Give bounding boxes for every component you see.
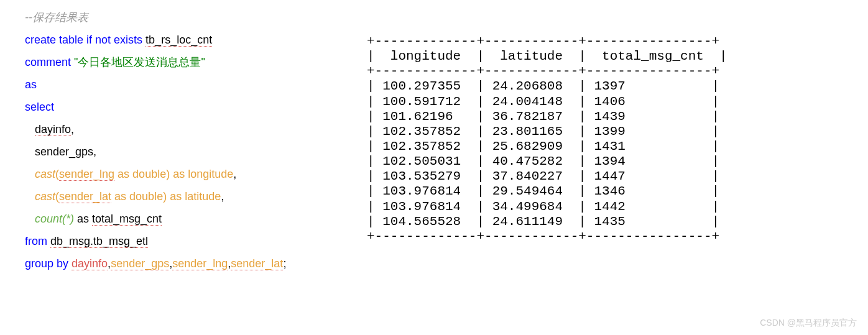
cast-arg: sender_lng [59, 168, 114, 181]
comma: , [233, 168, 236, 180]
cast-rest: as double) as longitude [114, 168, 233, 180]
group-col1: dayinfo [72, 257, 108, 270]
cast-lat-line: cast(sender_lat as double) as latitude, [25, 185, 348, 208]
comment-string: "今日各地区发送消息总量" [74, 56, 205, 68]
select-line: select [25, 96, 348, 118]
table-row: | 104.565528 | 24.611149 | 1435 | [367, 214, 719, 229]
comma: , [93, 145, 96, 158]
cast-arg: sender_lat [59, 190, 111, 203]
table-row: | 102.357852 | 25.682909 | 1431 | [367, 139, 719, 154]
sql-code-block: --保存结果表 create table if not exists tb_rs… [25, 6, 348, 275]
table-name: tb_rs_loc_cnt [145, 34, 212, 47]
create-table-line: create table if not exists tb_rs_loc_cnt [25, 29, 348, 51]
group-keyword: group by [25, 257, 72, 270]
group-col2: sender_gps [111, 257, 169, 270]
group-by-line: group by dayinfo,sender_gps,sender_lng,s… [25, 252, 348, 275]
table-row: | 102.505031 | 40.475282 | 1394 | [367, 154, 719, 168]
table-header: | longitude | latitude | total_msg_cnt | [367, 49, 727, 63]
group-col3: sender_lng [172, 257, 228, 270]
col-dayinfo: dayinfo [35, 123, 71, 136]
comma: , [221, 190, 224, 203]
table-row: | 103.535279 | 37.840227 | 1447 | [367, 169, 719, 183]
cast-func: cast [35, 190, 55, 203]
table-row: | 100.297355 | 24.206808 | 1397 | [367, 79, 719, 93]
cast-rest: as double) as latitude [111, 190, 221, 203]
count-as: as [74, 213, 92, 225]
table-sep-bot: +-------------+------------+------------… [367, 229, 719, 244]
code-comment-line: --保存结果表 [25, 6, 348, 29]
col-sendergps-line: sender_gps, [25, 140, 348, 163]
count-arg: (*) [62, 213, 74, 225]
as-line: as [25, 73, 348, 96]
comment-keyword: comment [25, 56, 74, 68]
table-row: | 103.976814 | 29.549464 | 1346 | [367, 184, 719, 198]
comment-line: comment "今日各地区发送消息总量" [25, 51, 348, 73]
semicolon: ; [283, 257, 286, 270]
table-sep-mid: +-------------+------------+------------… [367, 64, 719, 78]
count-func: count [35, 213, 62, 225]
cast-lng-line: cast(sender_lng as double) as longitude, [25, 163, 348, 185]
table-row: | 102.357852 | 23.801165 | 1399 | [367, 124, 719, 139]
count-line: count(*) as total_msg_cnt [25, 208, 348, 230]
from-keyword: from [25, 235, 50, 247]
watermark: CSDN @黑马程序员官方 [760, 318, 857, 329]
create-keyword: create table if not exists [25, 34, 145, 46]
col-dayinfo-line: dayinfo, [25, 118, 348, 140]
comma: , [71, 123, 74, 135]
select-keyword: select [25, 101, 54, 113]
group-col4: sender_lat [231, 257, 283, 270]
as-keyword: as [25, 78, 37, 91]
from-table: db_msg.tb_msg_etl [50, 235, 148, 248]
from-line: from db_msg.tb_msg_etl [25, 230, 348, 252]
sql-comment: --保存结果表 [25, 11, 88, 24]
table-row: | 100.591712 | 24.004148 | 1406 | [367, 94, 719, 109]
count-alias: total_msg_cnt [92, 213, 162, 226]
table-row: | 103.976814 | 34.499684 | 1442 | [367, 200, 719, 214]
table-sep-top: +-------------+------------+------------… [367, 34, 719, 48]
result-table: +-------------+------------+------------… [367, 34, 843, 275]
cast-func: cast [35, 168, 55, 180]
col-sendergps: sender_gps [35, 145, 93, 158]
table-row: | 101.62196 | 36.782187 | 1439 | [367, 109, 719, 124]
